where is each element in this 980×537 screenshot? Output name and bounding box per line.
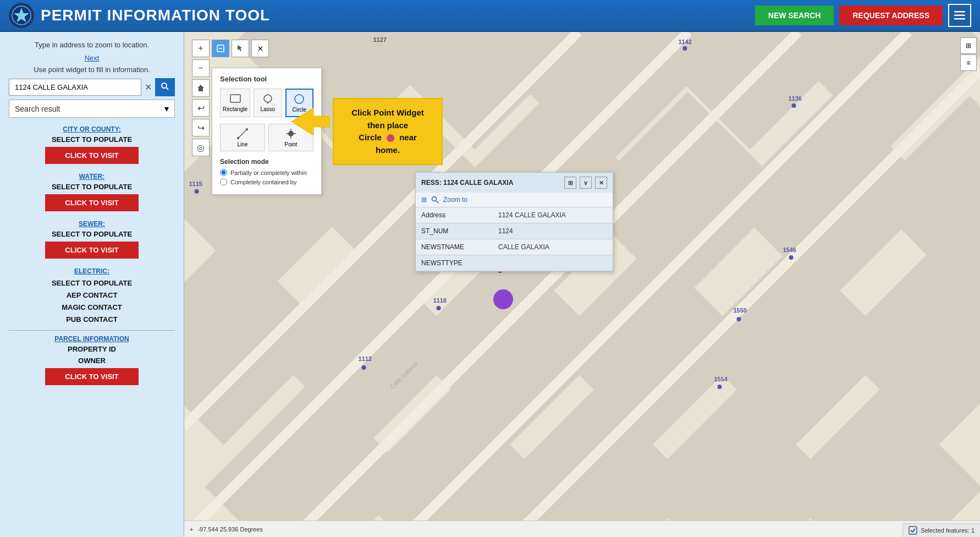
svg-rect-59 [230, 95, 240, 102]
click-to-visit-water[interactable]: CLICK TO VISIT [45, 194, 139, 211]
tooltip-box: Click Point Widget then place Circle nea… [333, 98, 443, 165]
popup-key: ST_NUM [416, 223, 493, 239]
tooltip-container: Click Point Widget then place Circle nea… [333, 98, 443, 165]
zoom-in-button[interactable]: + [192, 40, 210, 57]
svg-point-51 [362, 365, 366, 370]
locate-button[interactable]: ◎ [192, 139, 210, 156]
svg-point-43 [195, 189, 199, 194]
zoom-out-button[interactable]: − [192, 59, 210, 77]
app-logo [9, 3, 34, 28]
svg-line-62 [238, 129, 247, 138]
search-clear-button[interactable]: ✕ [141, 82, 155, 92]
layers-button[interactable]: ≡ [960, 54, 977, 71]
mode-title: Selection mode [220, 158, 313, 166]
select-tool-button[interactable] [232, 40, 249, 57]
popup-table-row: ST_NUM1124 [416, 223, 613, 239]
click-to-visit-sewer[interactable]: CLICK TO VISIT [45, 242, 139, 259]
svg-marker-55 [197, 85, 204, 91]
section-value-sewer: SELECT TO POPULATE [9, 230, 175, 238]
svg-rect-4 [954, 18, 965, 20]
popup-actions: ⊞ Zoom to [416, 193, 613, 207]
popup-value: 1124 [493, 223, 613, 239]
popup-close-button[interactable]: ✕ [595, 177, 607, 189]
home-button[interactable] [192, 79, 210, 97]
next-link[interactable]: Next [9, 54, 175, 62]
draw-select-button[interactable] [212, 40, 229, 57]
line-tool[interactable]: Line [220, 124, 265, 151]
search-row: ✕ [9, 78, 175, 96]
popup-panel: RESS: 1124 CALLE GALAXIA ⊞ ∨ ✕ ⊞ Zoom to… [415, 172, 613, 272]
svg-marker-70 [291, 108, 330, 135]
popup-header: RESS: 1124 CALLE GALAXIA ⊞ ∨ ✕ [416, 173, 613, 193]
svg-line-6 [166, 87, 168, 90]
svg-text:1550: 1550 [734, 307, 747, 314]
popup-grid-icon: ⊞ [421, 196, 427, 204]
parcel-section: PARCEL INFORMATION PROPERTY ID OWNER CLI… [9, 335, 175, 385]
tooltip-line1: Click Point Widget [351, 108, 424, 117]
popup-value: 1124 CALLE GALAXIA [493, 207, 613, 223]
svg-text:1554: 1554 [714, 376, 728, 382]
map-area[interactable]: Calle Galaxia Calle Galaxia 1127 1142 11… [184, 32, 980, 537]
forward-button[interactable]: ↪ [192, 119, 210, 136]
popup-grid-button[interactable]: ⊞ [564, 177, 576, 189]
search-input[interactable] [9, 79, 141, 96]
new-search-button[interactable]: NEW SEARCH [755, 6, 834, 25]
search-result-chevron: ▾ [164, 103, 169, 114]
app-header: PERMIT INFORMATION TOOL NEW SEARCH REQUE… [0, 0, 980, 32]
tooltip-line4: near [399, 133, 417, 142]
panel-title: Selection tool [220, 75, 313, 83]
section-title-sewer: SEWER: [9, 220, 175, 228]
plus-symbol: + [190, 526, 193, 533]
svg-text:1142: 1142 [679, 39, 692, 45]
svg-point-72 [432, 197, 437, 201]
divider [9, 330, 175, 331]
parcel-property-id: PROPERTY ID [9, 345, 175, 353]
search-button[interactable] [155, 78, 175, 96]
svg-text:1546: 1546 [783, 246, 796, 253]
popup-key: NEWSTNAME [416, 239, 493, 255]
svg-point-63 [237, 137, 239, 139]
back-button[interactable]: ↩ [192, 99, 210, 117]
hint-line1: Type in address to zoom to location. [9, 40, 175, 51]
popup-table: Address1124 CALLE GALAXIAST_NUM1124NEWST… [416, 207, 613, 271]
svg-text:1136: 1136 [789, 95, 802, 102]
sidebar: Type in address to zoom to location. Nex… [0, 32, 184, 537]
svg-point-47 [437, 306, 441, 310]
svg-point-39 [683, 46, 687, 51]
section-value-water: SELECT TO POPULATE [9, 183, 175, 191]
svg-point-61 [295, 95, 304, 103]
tooltip-line5: home. [376, 145, 400, 155]
clear-select-button[interactable]: ✕ [251, 40, 269, 57]
svg-point-41 [792, 103, 796, 108]
zoom-to-label[interactable]: Zoom to [443, 196, 467, 204]
search-result-dropdown[interactable]: Search result ▾ [9, 100, 175, 118]
popup-key: Address [416, 207, 493, 223]
coordinates-display: -97.544 25.936 Degrees [197, 526, 263, 533]
grid-view-button[interactable]: ⊞ [960, 37, 977, 54]
svg-point-5 [162, 83, 167, 88]
electric-values: SELECT TO POPULATE AEP CONTACT MAGIC CON… [9, 277, 175, 326]
click-to-visit-parcel[interactable]: CLICK TO VISIT [45, 368, 139, 385]
svg-text:1127: 1127 [373, 36, 387, 43]
svg-rect-74 [909, 527, 917, 534]
zoom-icon [431, 196, 439, 204]
popup-collapse-button[interactable]: ∨ [580, 177, 592, 189]
request-address-button[interactable]: REQUEST ADDRESS [839, 6, 943, 25]
click-to-visit-city[interactable]: CLICK TO VISIT [45, 147, 139, 164]
app-title: PERMIT INFORMATION TOOL [41, 7, 755, 24]
svg-rect-2 [954, 11, 965, 13]
map-bottom-bar: + -97.544 25.936 Degrees ⬚ ▾ [184, 520, 980, 537]
rectangle-tool[interactable]: Rectangle [220, 89, 250, 117]
mode-partial[interactable]: Partially or completely within [220, 169, 313, 176]
svg-point-53 [718, 385, 722, 389]
selected-badge-icon [909, 526, 917, 535]
popup-title: RESS: 1124 CALLE GALAXIA [421, 179, 513, 187]
parcel-title: PARCEL INFORMATION [9, 335, 175, 343]
svg-point-71 [387, 134, 394, 142]
lasso-tool[interactable]: Lasso [254, 89, 282, 117]
menu-button[interactable] [948, 4, 971, 27]
hint-line2: Use point widget to fill in information. [9, 64, 175, 75]
section-title-water: WATER: [9, 173, 175, 180]
popup-key: NEWSTTYPE [416, 255, 493, 271]
mode-contained[interactable]: Completely contained by [220, 178, 313, 185]
